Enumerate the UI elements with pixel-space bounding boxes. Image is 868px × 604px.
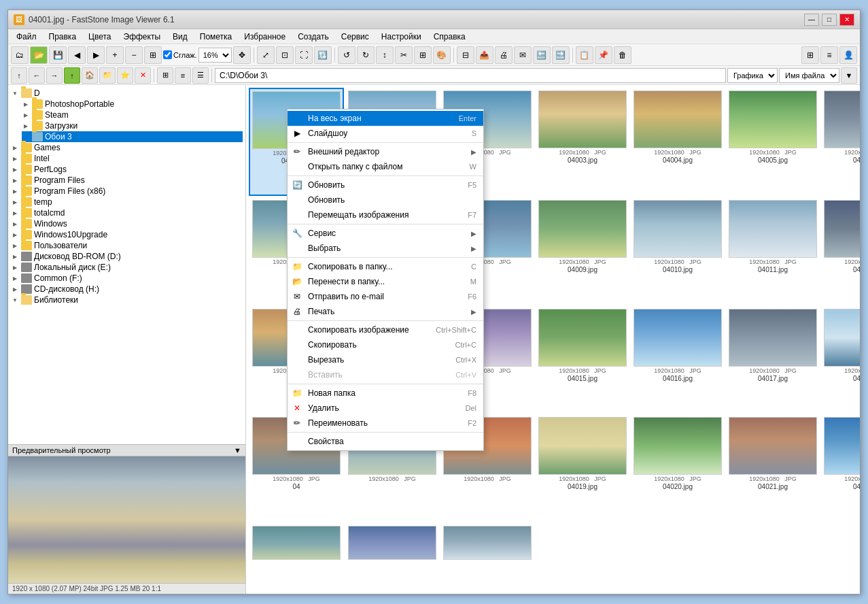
tb-nav[interactable]: ⊞ (144, 46, 162, 64)
nav-favs[interactable]: ⭐ (117, 67, 133, 84)
thumb-item[interactable]: 1920x1080 JPG 04012.jpg (821, 197, 860, 304)
ctx-external-editor[interactable]: ✏ Внешний редактор ▶ (288, 144, 483, 159)
ctx-paste[interactable]: Вставить Ctrl+V (288, 367, 483, 382)
menu-service[interactable]: Сервис (336, 31, 375, 43)
ctx-delete[interactable]: ✕ Удалить Del (288, 401, 483, 416)
tb-prev[interactable]: ◀ (68, 46, 86, 64)
nav-thumb[interactable]: ⊞ (157, 67, 173, 84)
tb-actual[interactable]: ⊡ (276, 46, 294, 64)
menu-effects[interactable]: Эффекты (118, 31, 167, 43)
tb-print[interactable]: 🖨 (495, 46, 513, 64)
tree-item-e[interactable]: ▶ Локальный диск (E:) (11, 262, 243, 273)
thumb-item[interactable] (345, 523, 439, 591)
nav-list[interactable]: ≡ (175, 67, 191, 84)
thumb-item[interactable]: 1920x1080 JPG 04022.jpg (821, 414, 860, 521)
tb-cursor[interactable]: ✥ (233, 46, 251, 64)
tb-view1[interactable]: ⊞ (801, 46, 819, 64)
tree-item-steam[interactable]: ▶ Steam (22, 110, 243, 120)
tree-item-d[interactable]: ▼ D (11, 88, 243, 99)
tb-rotate-left[interactable]: ↺ (338, 46, 355, 64)
thumb-item[interactable]: 1920x1080 JPG 04006.jpg (821, 88, 860, 196)
ctx-select[interactable]: Выбрать ▶ (288, 241, 483, 256)
ctx-properties[interactable]: Свойства (288, 434, 483, 449)
thumb-item[interactable]: 1920x1080 JPG 04003.jpg (536, 88, 629, 196)
ctx-copy-image[interactable]: Скопировать изображение Ctrl+Shift+C (288, 322, 483, 337)
sort-select[interactable]: Имя файла (779, 68, 839, 83)
tb-auto[interactable]: 🔃 (314, 46, 332, 64)
menu-favorites[interactable]: Избранное (239, 31, 291, 43)
tb-delete[interactable]: 🗑 (614, 46, 631, 64)
path-input[interactable] (215, 68, 726, 83)
menu-colors[interactable]: Цвета (83, 31, 116, 43)
menu-create[interactable]: Создать (292, 31, 334, 43)
maximize-button[interactable]: □ (822, 14, 837, 26)
ctx-fullscreen[interactable]: На весь экран Enter (288, 111, 483, 126)
nav-detail[interactable]: ☰ (192, 67, 209, 84)
tree-item-temp[interactable]: ▶ temp (11, 197, 243, 207)
menu-settings[interactable]: Настройки (376, 31, 427, 43)
tb-fullscreen[interactable]: ⛶ (295, 46, 313, 64)
tree-item-f[interactable]: ▶ Common (F:) (11, 273, 243, 284)
nav-delete[interactable]: ✕ (135, 67, 151, 84)
thumb-item[interactable]: 1920x1080 JPG 04016.jpg (631, 306, 725, 413)
nav-up[interactable]: ↑ (11, 67, 27, 84)
ctx-print[interactable]: 🖨 Печать ▶ (288, 304, 483, 319)
nav-back[interactable]: ← (29, 67, 45, 84)
tb-zoomout[interactable]: − (125, 46, 143, 64)
filter-select[interactable]: Графика (727, 68, 778, 83)
tree-item-intel[interactable]: ▶ Intel (11, 153, 243, 164)
tb-resize[interactable]: ⊞ (414, 46, 432, 64)
tree-item-downloads[interactable]: ▶ Загрузки (22, 120, 243, 131)
tree-item-perflogs[interactable]: ▶ PerfLogs (11, 164, 243, 175)
thumb-item[interactable]: 1920x1080 JPG 04015.jpg (536, 306, 629, 413)
ctx-copy-to[interactable]: 📁 Скопировать в папку... C (288, 259, 483, 274)
thumb-item[interactable]: 1920x1080 JPG 04018.jpg (821, 306, 860, 413)
nav-home[interactable]: 🏠 (82, 67, 98, 84)
tb-view2[interactable]: ≡ (820, 46, 838, 64)
menu-edit[interactable]: Правка (44, 31, 82, 43)
nav-forward[interactable]: → (46, 67, 63, 84)
tb-email[interactable]: ✉ (514, 46, 532, 64)
nav-dropdown[interactable]: ▼ (841, 67, 857, 84)
menu-mark[interactable]: Пометка (194, 31, 238, 43)
ctx-refresh2[interactable]: Обновить (288, 192, 483, 207)
thumb-item[interactable] (440, 523, 534, 591)
tree-item-wallpaper[interactable]: Обои 3 (22, 131, 243, 142)
preview-toggle[interactable]: ▼ (234, 446, 241, 454)
menu-help[interactable]: Справка (428, 31, 471, 43)
tb-smooth-check[interactable]: Сглаж. (163, 50, 197, 59)
tb-save[interactable]: 💾 (49, 46, 67, 64)
tree-item-progfiles[interactable]: ▶ Program Files (11, 175, 243, 186)
thumb-item[interactable]: 1920x1080 JPG 04017.jpg (726, 306, 820, 413)
thumb-item[interactable]: 1920x1080 JPG 04004.jpg (631, 88, 725, 196)
tb-compare[interactable]: ⊟ (457, 46, 474, 64)
ctx-copy[interactable]: Скопировать Ctrl+C (288, 337, 483, 352)
tree-item-win10upgrade[interactable]: ▶ Windows10Upgrade (11, 229, 243, 240)
tree-item-libs[interactable]: ▼ Библиотеки (11, 295, 243, 305)
nav-newfolder[interactable]: 📁 (99, 67, 116, 84)
thumb-item[interactable]: 1920x1080 JPG 04010.jpg (631, 197, 725, 304)
ctx-service[interactable]: 🔧 Сервис ▶ (288, 226, 483, 241)
tb-person[interactable]: 👤 (839, 46, 857, 64)
tree-item-windows[interactable]: ▶ Windows (11, 218, 243, 229)
nav-refresh[interactable]: ↑ (64, 67, 80, 84)
ctx-email[interactable]: ✉ Отправить по e-mail F6 (288, 289, 483, 304)
minimize-button[interactable]: — (804, 14, 819, 26)
thumb-item[interactable]: 1920x1080 JPG 04005.jpg (726, 88, 820, 196)
ctx-move-to[interactable]: 📂 Перенести в папку... M (288, 274, 483, 289)
tree-item-progfiles86[interactable]: ▶ Program Files (x86) (11, 186, 243, 197)
thumb-item[interactable]: 1920x1080 JPG 04009.jpg (536, 197, 629, 304)
tb-paste[interactable]: 📌 (595, 46, 612, 64)
tree-item-games[interactable]: ▶ Games (11, 142, 243, 153)
ctx-cut[interactable]: Вырезать Ctrl+X (288, 352, 483, 367)
tb-browse[interactable]: 🗂 (11, 46, 29, 64)
thumb-item[interactable]: 1920x1080 JPG 04020.jpg (631, 414, 725, 521)
ctx-new-folder[interactable]: 📁 Новая папка F8 (288, 386, 483, 401)
tb-zoomin[interactable]: + (106, 46, 124, 64)
tb-next2[interactable]: 🔜 (552, 46, 570, 64)
tree-item-h[interactable]: ▶ CD-дисковод (H:) (11, 284, 243, 295)
ctx-rename[interactable]: ✏ Переименовать F2 (288, 416, 483, 431)
close-button[interactable]: ✕ (839, 14, 854, 26)
ctx-open-folder[interactable]: Открыть папку с файлом W (288, 159, 483, 174)
tb-share[interactable]: 📤 (476, 46, 493, 64)
